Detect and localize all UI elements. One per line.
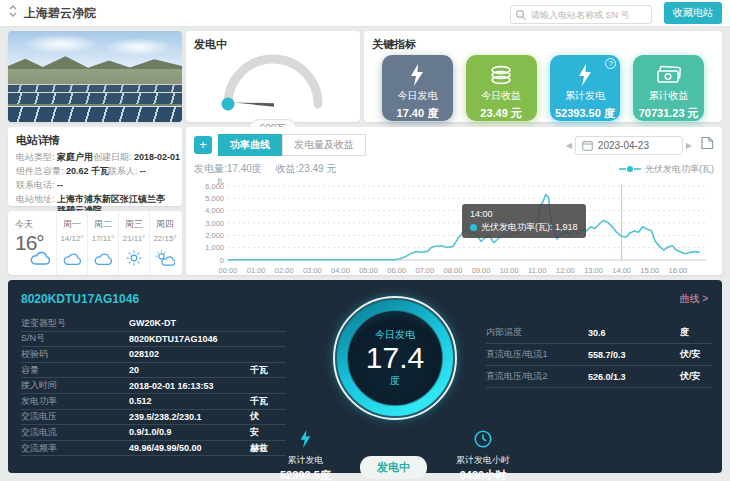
- svg-text:09:00: 09:00: [472, 266, 491, 275]
- inverter-serial-title: 8020KDTU17AG1046: [21, 292, 139, 306]
- station-photo: [8, 31, 182, 122]
- page-title: 上海碧云净院: [24, 5, 96, 22]
- weather-today: 今天 16°: [8, 211, 56, 275]
- cloudy-icon: [29, 250, 51, 270]
- kpi-total-income: 累计收益 70731.23 元: [633, 55, 704, 121]
- sunny-icon: [126, 250, 142, 270]
- partly-cloudy-icon: [155, 250, 175, 270]
- gauge-label: 今日发电: [375, 328, 415, 342]
- weather-day: 周二 17/11°: [87, 211, 118, 275]
- inverter-panel: 8020KDTU17AG1046 曲线 > 逆变器型号 GW20K-DT S/N…: [8, 280, 722, 473]
- total-capacity: 20.62 千瓦: [66, 166, 109, 176]
- tab-power-curve[interactable]: 功率曲线: [218, 134, 282, 156]
- svg-text:13:00: 13:00: [584, 266, 603, 275]
- power-gauge-card: 发电中 609瓦: [186, 31, 360, 122]
- svg-text:11:00: 11:00: [528, 266, 546, 275]
- search-input[interactable]: [510, 5, 652, 24]
- export-icon[interactable]: [701, 136, 714, 154]
- generation-hours-stat: 累计发电小时 9430小时: [456, 430, 510, 481]
- weather-day: 周四 22/15°: [149, 211, 180, 275]
- table-row: 内部温度 30.6 度: [486, 322, 712, 344]
- plant-type: 家庭户用: [57, 152, 93, 162]
- income-stat-label: 收益:: [276, 162, 299, 176]
- top-bar: 上海碧云净院 收藏电站: [0, 0, 730, 27]
- coins-icon: [466, 62, 537, 88]
- svg-text:04:00: 04:00: [331, 266, 350, 275]
- kpi-total-generation: ? 累计发电 52393.50 度: [550, 55, 621, 121]
- prev-day-icon[interactable]: ◀: [563, 141, 575, 150]
- svg-text:5,000: 5,000: [205, 194, 224, 203]
- search-box: [510, 4, 652, 23]
- kpi-today-income: 今日收益 23.49 元: [466, 55, 537, 121]
- svg-text:10:00: 10:00: [500, 266, 519, 275]
- key-indicators-title: 关键指标: [372, 37, 714, 52]
- gauge-value: 17.4: [366, 342, 424, 374]
- income-stat-value: 23.49 元: [299, 162, 337, 176]
- date-picker[interactable]: 2023-04-23: [575, 136, 683, 155]
- legend-marker-icon: [619, 165, 641, 173]
- total-generation-value: 52393.5度: [280, 468, 331, 481]
- bolt-icon: [382, 62, 453, 88]
- svg-text:15:00: 15:00: [640, 266, 659, 275]
- table-row: 容量 20 千瓦: [21, 363, 286, 379]
- today-generation-gauge: 今日发电 17.4 度: [331, 294, 459, 422]
- svg-text:2,000: 2,000: [205, 231, 224, 240]
- table-row: S/N号 8020KDTU17AG1046: [21, 332, 286, 348]
- bolt-icon: [299, 430, 312, 448]
- generating-status-badge: 发电中: [360, 456, 427, 479]
- weather-card: 今天 16° 周一 14/12° 周二 17/11° 周三 21/11° 周四 …: [8, 211, 182, 275]
- calendar-icon: [582, 140, 593, 151]
- svg-text:03:00: 03:00: [303, 266, 322, 275]
- table-row: 逆变器型号 GW20K-DT: [21, 316, 286, 332]
- search-icon: [515, 7, 527, 25]
- svg-text:12:00: 12:00: [556, 266, 575, 275]
- plant-details-title: 电站详情: [16, 133, 174, 148]
- next-day-icon[interactable]: ▶: [683, 141, 695, 150]
- table-row: 交流电流 0.9/1.0/0.9 安: [21, 425, 286, 441]
- table-row: 校验码 028102: [21, 347, 286, 363]
- svg-text:16:00: 16:00: [668, 266, 687, 275]
- svg-text:0: 0: [220, 256, 224, 265]
- favorite-station-button[interactable]: 收藏电站: [664, 2, 722, 24]
- generation-hours-value: 9430小时: [456, 468, 510, 481]
- kpi-today-generation: 今日发电 17.40 度: [382, 55, 453, 121]
- svg-text:瓦: 瓦: [217, 178, 225, 185]
- svg-text:4,000: 4,000: [205, 206, 224, 215]
- table-row: 接入时间 2018-02-01 16:13:53: [21, 378, 286, 394]
- cloudy-icon: [62, 252, 82, 270]
- generating-status-label: 发电中: [194, 37, 352, 52]
- created-date: 2018-02-01: [134, 152, 180, 162]
- table-row: 发电功率 0.512 千瓦: [21, 394, 286, 410]
- gauge-unit: 度: [390, 374, 400, 388]
- selected-date: 2023-04-23: [598, 140, 649, 151]
- power-chart: 01,0002,0003,0004,0005,0006,000瓦00:0001:…: [194, 178, 710, 278]
- contact-person: --: [140, 166, 146, 176]
- clock-icon: [474, 430, 492, 448]
- power-gauge: [198, 52, 348, 114]
- svg-text:01:00: 01:00: [247, 266, 266, 275]
- generation-stat-label: 发电量:: [194, 162, 227, 176]
- chart-legend: 光伏发电功率(瓦): [619, 163, 714, 176]
- chart-plot-area[interactable]: 01,0002,0003,0004,0005,0006,000瓦00:0001:…: [194, 178, 714, 282]
- station-selector-icon[interactable]: [8, 4, 18, 22]
- table-row: 直流电压/电流1 558.7/0.3 伏/安: [486, 344, 712, 366]
- svg-text:14:00: 14:00: [612, 266, 631, 275]
- table-row: 直流电压/电流2 526.0/1.3 伏/安: [486, 366, 712, 388]
- svg-text:3,000: 3,000: [205, 219, 224, 228]
- inverter-details-table: 逆变器型号 GW20K-DT S/N号 8020KDTU17AG1046 校验码…: [21, 316, 286, 456]
- total-generation-stat: 累计发电 52393.5度: [280, 430, 331, 481]
- svg-text:08:00: 08:00: [444, 266, 463, 275]
- svg-text:05:00: 05:00: [359, 266, 378, 275]
- svg-text:02:00: 02:00: [275, 266, 294, 275]
- svg-text:00:00: 00:00: [219, 266, 238, 275]
- curve-link[interactable]: 曲线 >: [679, 292, 708, 306]
- svg-text:06:00: 06:00: [387, 266, 406, 275]
- weather-day: 周三 21/11°: [118, 211, 149, 275]
- contact-phone: --: [57, 180, 63, 190]
- add-compare-button[interactable]: +: [194, 136, 212, 154]
- table-row: 交流频率 49.96/49.99/50.00 赫兹: [21, 441, 286, 457]
- tab-energy-income[interactable]: 发电量及收益: [282, 134, 366, 156]
- key-indicators-card: 关键指标 今日发电 17.40 度 今日收益 23.49 元 ? 累计发电 52…: [364, 31, 722, 122]
- solar-field-art: [8, 69, 182, 122]
- inverter-dc-table: 内部温度 30.6 度 直流电压/电流1 558.7/0.3 伏/安 直流电压/…: [486, 322, 712, 388]
